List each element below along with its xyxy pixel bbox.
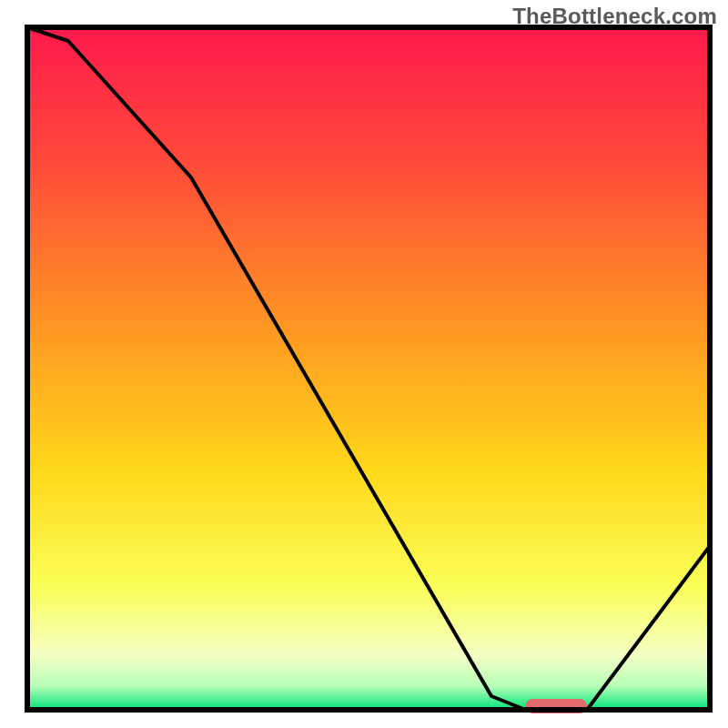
watermark-text: TheBottleneck.com [512, 4, 717, 29]
bottleneck-chart [0, 0, 728, 728]
chart-container: TheBottleneck.com [0, 0, 728, 728]
plot-background [27, 27, 710, 710]
